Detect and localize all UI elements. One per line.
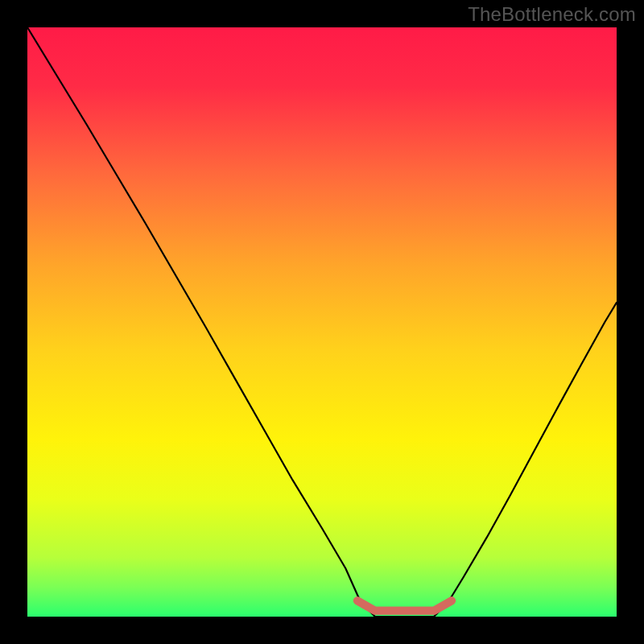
plot-area	[27, 27, 617, 617]
chart-frame: TheBottleneck.com	[0, 0, 644, 644]
watermark-text: TheBottleneck.com	[468, 3, 636, 26]
chart-svg	[27, 27, 617, 617]
